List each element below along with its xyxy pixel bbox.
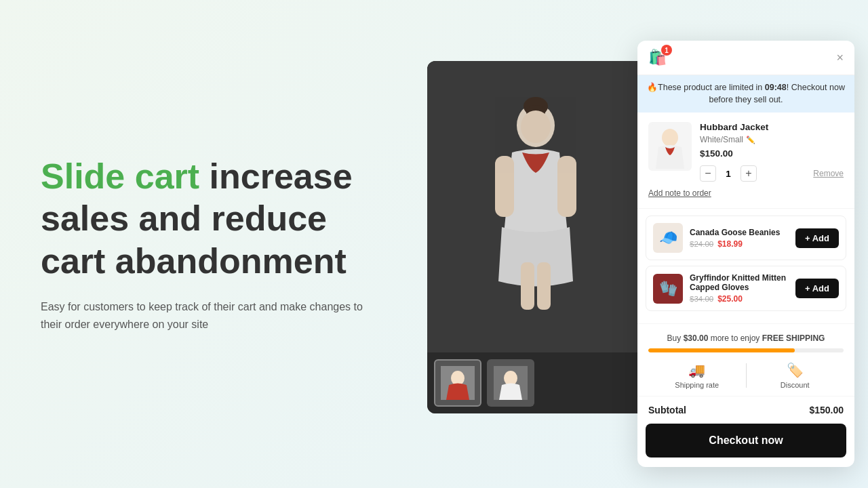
headline-green: Slide cart: [41, 157, 199, 196]
item-variant: White/Small ✏️: [700, 135, 844, 144]
shipping-section: Buy $30.00 more to enjoy FREE SHIPPING 🚚…: [637, 324, 854, 396]
cart-item-inner: Hubbard Jacket White/Small ✏️ $150.00 − …: [648, 122, 844, 182]
shipping-progress-bar-fill: [648, 348, 795, 352]
alert-emoji: 🔥: [647, 83, 658, 92]
shipping-progress-bar-bg: [648, 348, 844, 352]
svg-point-3: [521, 110, 551, 143]
discount-label: Discount: [781, 381, 810, 389]
close-button[interactable]: ×: [836, 52, 844, 64]
qty-decrease-button[interactable]: −: [700, 165, 716, 182]
discount-item: 🏷️ Discount: [747, 362, 844, 389]
item-image-svg: [650, 124, 690, 169]
svg-rect-4: [495, 156, 514, 217]
svg-rect-5: [557, 156, 576, 217]
upsell-1-prices: $24.00 $18.99: [690, 239, 789, 249]
item-image: [648, 122, 692, 171]
item-name: Hubbard Jacket: [700, 122, 844, 132]
product-image-area: [427, 61, 644, 413]
alert-banner: 🔥These product are limited in 09:48! Che…: [637, 75, 854, 113]
shipping-rate-item: 🚚 Shipping rate: [648, 362, 746, 389]
product-main-image: [427, 61, 644, 352]
svg-rect-7: [537, 262, 551, 310]
cart-badge: 1: [661, 45, 672, 56]
svg-rect-6: [521, 262, 534, 310]
qty-controls: − 1 + Remove: [700, 165, 844, 182]
shipping-rate-label: Shipping rate: [675, 381, 719, 389]
upsell-1-sale-price: $18.99: [717, 239, 743, 249]
shipping-icons: 🚚 Shipping rate 🏷️ Discount: [648, 362, 844, 389]
checkout-button[interactable]: Checkout now: [646, 424, 846, 458]
upsell-2-name: Gryffindor Knitted Mitten Capped Gloves: [690, 273, 789, 292]
upsell-2-image: 🧤: [653, 274, 683, 304]
cart-icon-wrapper: 🛍️ 1: [648, 49, 667, 66]
upsell-item-1: 🧢 Canada Goose Beanies $24.00 $18.99 + A…: [646, 216, 846, 260]
discount-icon: 🏷️: [787, 362, 804, 378]
shipping-highlight: FREE SHIPPING: [762, 333, 825, 343]
cart-panel: 🛍️ 1 × 🔥These product are limited in 09:…: [637, 41, 854, 467]
subtotal-label: Subtotal: [648, 405, 686, 415]
upsell-2-original-price: $34.00: [690, 295, 713, 303]
item-price: $150.00: [700, 148, 844, 159]
upsell-1-original-price: $24.00: [690, 240, 713, 248]
upsell-item-2: 🧤 Gryffindor Knitted Mitten Capped Glove…: [646, 266, 846, 311]
upsell-1-add-button[interactable]: + Add: [795, 228, 839, 248]
product-thumbnails: [427, 352, 644, 413]
item-variant-text: White/Small: [700, 135, 743, 144]
shipping-text: Buy $30.00 more to enjoy FREE SHIPPING: [648, 333, 844, 343]
hero-section: Slide cart increase sales and reduce car…: [0, 101, 420, 387]
upsell-2-sale-price: $25.00: [717, 294, 743, 304]
upsell-1-name: Canada Goose Beanies: [690, 228, 789, 237]
alert-time: 09:48: [765, 83, 787, 92]
thumbnail-1[interactable]: [434, 359, 481, 407]
woman-figure-svg: [468, 92, 604, 322]
hero-subtext: Easy for customers to keep track of thei…: [41, 298, 366, 333]
upsell-section: 🧢 Canada Goose Beanies $24.00 $18.99 + A…: [637, 209, 854, 324]
remove-button[interactable]: Remove: [813, 169, 844, 178]
upsell-2-emoji: 🧤: [659, 280, 677, 298]
upsell-1-image: 🧢: [653, 223, 683, 253]
upsell-2-prices: $34.00 $25.00: [690, 294, 789, 304]
edit-icon[interactable]: ✏️: [746, 136, 755, 144]
alert-text-before: These product are limited in: [658, 83, 765, 92]
item-details: Hubbard Jacket White/Small ✏️ $150.00 − …: [700, 122, 844, 182]
qty-value: 1: [723, 169, 734, 179]
subtotal-amount: $150.00: [809, 405, 844, 415]
upsell-1-emoji: 🧢: [659, 229, 677, 247]
add-note-link[interactable]: Add note to order: [648, 188, 711, 198]
upsell-2-add-button[interactable]: + Add: [795, 279, 839, 298]
thumbnail-2-img: [494, 366, 528, 400]
shipping-rate-icon: 🚚: [688, 362, 705, 378]
upsell-1-info: Canada Goose Beanies $24.00 $18.99: [690, 228, 789, 249]
shipping-text-after: more to enjoy: [708, 333, 762, 343]
shipping-text-before: Buy: [667, 333, 684, 343]
upsell-2-info: Gryffindor Knitted Mitten Capped Gloves …: [690, 273, 789, 304]
subtotal-row: Subtotal $150.00: [637, 396, 854, 421]
cart-header: 🛍️ 1 ×: [637, 41, 854, 75]
hero-headline: Slide cart increase sales and reduce car…: [41, 155, 380, 282]
svg-point-13: [662, 129, 678, 146]
cart-item-section: Hubbard Jacket White/Small ✏️ $150.00 − …: [637, 113, 854, 209]
thumbnail-2[interactable]: [487, 359, 534, 407]
shipping-amount: $30.00: [684, 333, 709, 343]
qty-increase-button[interactable]: +: [741, 165, 757, 182]
thumbnail-1-img: [441, 366, 475, 400]
